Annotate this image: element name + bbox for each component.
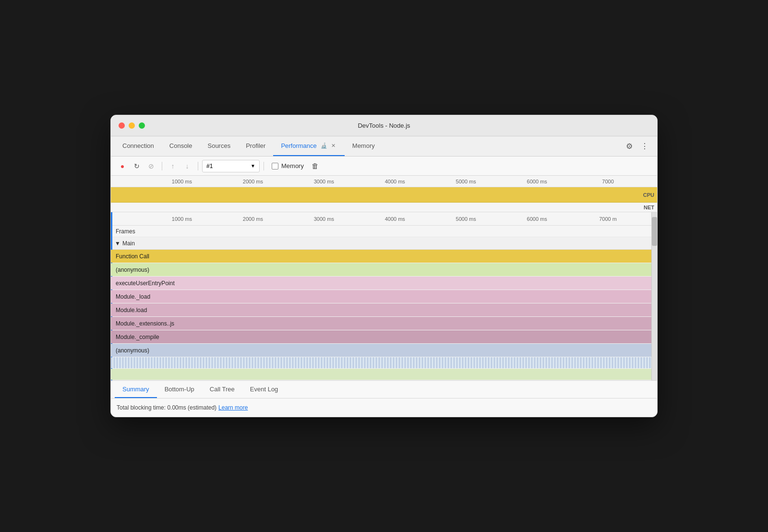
time-marker-2000: 2000 ms	[243, 179, 263, 184]
tab-event-log[interactable]: Event Log	[242, 381, 286, 398]
main-time-1000: 1000 ms	[172, 216, 192, 222]
download-button[interactable]: ↓	[180, 159, 194, 173]
status-text: Total blocking time: 0.00ms (estimated)	[117, 404, 216, 411]
main-collapse-icon: ▼	[115, 240, 120, 247]
bottom-tab-bar: Summary Bottom-Up Call Tree Event Log	[111, 380, 657, 399]
window-controls	[119, 122, 145, 129]
clear-button[interactable]: ⊘	[144, 159, 158, 173]
devtools-window: DevTools - Node.js Connection Console So…	[110, 115, 658, 417]
cpu-label: CPU	[643, 192, 654, 198]
chevron-down-icon: ▼	[251, 163, 255, 169]
flame-row-module-load[interactable]: Module.load	[111, 303, 657, 317]
more-options-icon[interactable]: ⋮	[638, 140, 651, 153]
tab-console[interactable]: Console	[162, 136, 200, 156]
session-selector[interactable]: #1 ▼	[202, 160, 260, 172]
flame-bg	[111, 250, 657, 263]
net-bar: NET	[111, 203, 657, 212]
tab-call-tree[interactable]: Call Tree	[202, 381, 242, 398]
cpu-bar: CPU	[111, 187, 657, 203]
flame-row-module-load-underscore[interactable]: Module._load	[111, 290, 657, 303]
toolbar: ● ↻ ⊘ ↑ ↓ #1 ▼ Memory 🗑	[111, 157, 657, 176]
flame-bg	[111, 303, 657, 316]
download-icon: ↓	[186, 162, 189, 170]
separator-2	[198, 162, 198, 170]
learn-more-link[interactable]: Learn more	[218, 404, 248, 411]
flame-row-anonymous-2[interactable]: (anonymous)	[111, 344, 657, 357]
tab-connection[interactable]: Connection	[115, 136, 162, 156]
main-time-4000: 4000 ms	[385, 216, 405, 222]
record-button[interactable]: ●	[116, 159, 129, 173]
flame-bg-striped	[111, 357, 657, 368]
flame-bg-green	[111, 369, 657, 380]
upload-button[interactable]: ↑	[166, 159, 180, 173]
main-time-7000: 7000 m	[599, 216, 617, 222]
clear-icon: ⊘	[148, 162, 154, 170]
tab-bar-actions: ⚙ ⋮	[623, 136, 653, 156]
flame-row-execute-user-entry[interactable]: executeUserEntryPoint	[111, 277, 657, 290]
main-time-3000: 3000 ms	[314, 216, 334, 222]
main-label: Main	[122, 240, 135, 247]
net-label: NET	[644, 205, 654, 210]
flame-row-striped	[111, 357, 657, 369]
flame-row-module-compile[interactable]: Module._compile	[111, 330, 657, 344]
flame-chart: Function Call (anonymous) executeUserEnt…	[111, 250, 657, 380]
flame-bg	[111, 263, 657, 276]
flame-row-module-extensions[interactable]: Module._extensions..js	[111, 317, 657, 330]
checkbox-icon	[272, 163, 278, 169]
separator-3	[264, 162, 264, 170]
time-marker-5000: 5000 ms	[456, 179, 476, 184]
main-timeline-area: 1000 ms 2000 ms 3000 ms 4000 ms 5000 ms …	[111, 212, 657, 380]
minimize-button[interactable]	[129, 122, 135, 129]
time-ruler-overview: 1000 ms 2000 ms 3000 ms 4000 ms 5000 ms …	[111, 176, 657, 187]
time-marker-1000: 1000 ms	[172, 179, 192, 184]
tab-sources[interactable]: Sources	[200, 136, 238, 156]
title-bar: DevTools - Node.js	[111, 115, 657, 136]
trash-icon: 🗑	[312, 162, 319, 170]
time-ruler-main: 1000 ms 2000 ms 3000 ms 4000 ms 5000 ms …	[111, 212, 657, 226]
main-time-6000: 6000 ms	[527, 216, 547, 222]
main-time-5000: 5000 ms	[456, 216, 476, 222]
main-section-header[interactable]: ▼ Main	[111, 237, 657, 250]
flame-bg	[111, 344, 657, 357]
time-marker-7000: 7000	[602, 179, 613, 184]
tab-memory[interactable]: Memory	[345, 136, 383, 156]
tab-summary[interactable]: Summary	[115, 381, 157, 398]
tab-bottom-up[interactable]: Bottom-Up	[157, 381, 202, 398]
time-marker-3000: 3000 ms	[314, 179, 334, 184]
tab-close-icon[interactable]: ✕	[330, 143, 337, 149]
vertical-scrollbar[interactable]	[651, 212, 657, 380]
scrollbar-thumb	[652, 217, 657, 246]
status-bar: Total blocking time: 0.00ms (estimated) …	[111, 399, 657, 417]
frames-row: Frames	[111, 226, 657, 237]
time-marker-6000: 6000 ms	[527, 179, 547, 184]
upload-icon: ↑	[171, 162, 175, 170]
time-marker-4000: 4000 ms	[385, 179, 405, 184]
flame-row-anonymous-1[interactable]: (anonymous)	[111, 263, 657, 277]
flame-bg	[111, 317, 657, 330]
separator-1	[162, 162, 162, 170]
flame-row-green	[111, 369, 657, 380]
flame-row-function-call[interactable]: Function Call	[111, 250, 657, 263]
tab-bar: Connection Console Sources Profiler Perf…	[111, 136, 657, 157]
settings-icon[interactable]: ⚙	[623, 140, 636, 153]
flame-bg	[111, 330, 657, 343]
reload-icon: ↻	[134, 162, 140, 170]
window-title: DevTools - Node.js	[358, 122, 410, 129]
trash-button[interactable]: 🗑	[309, 159, 322, 173]
record-icon: ●	[120, 162, 124, 170]
tab-profiler[interactable]: Profiler	[238, 136, 273, 156]
flame-bg	[111, 277, 657, 290]
close-button[interactable]	[119, 122, 125, 129]
memory-checkbox[interactable]: Memory	[272, 162, 304, 169]
flame-bg	[111, 290, 657, 303]
reload-button[interactable]: ↻	[130, 159, 144, 173]
main-time-2000: 2000 ms	[243, 216, 263, 222]
tab-performance[interactable]: Performance 🔬 ✕	[273, 136, 344, 156]
maximize-button[interactable]	[139, 122, 145, 129]
